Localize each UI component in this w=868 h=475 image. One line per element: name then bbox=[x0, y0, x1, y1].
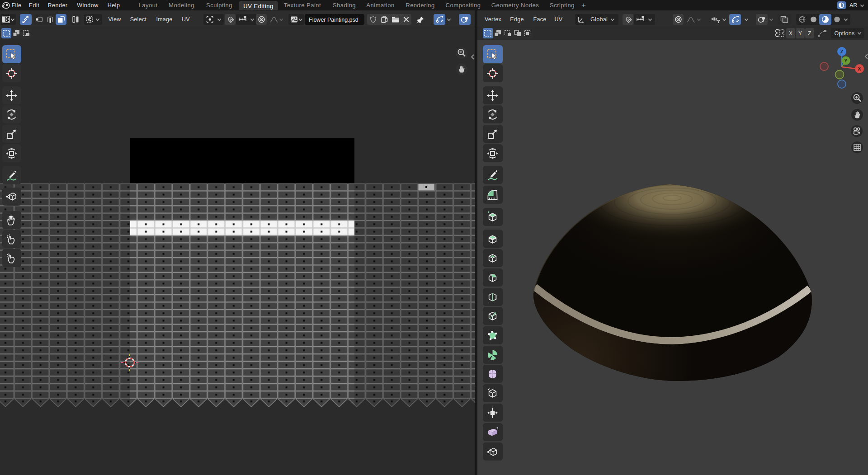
svg-text:Y: Y bbox=[844, 58, 848, 63]
svg-text:X: X bbox=[858, 66, 861, 71]
svg-text:Z: Z bbox=[840, 49, 844, 54]
